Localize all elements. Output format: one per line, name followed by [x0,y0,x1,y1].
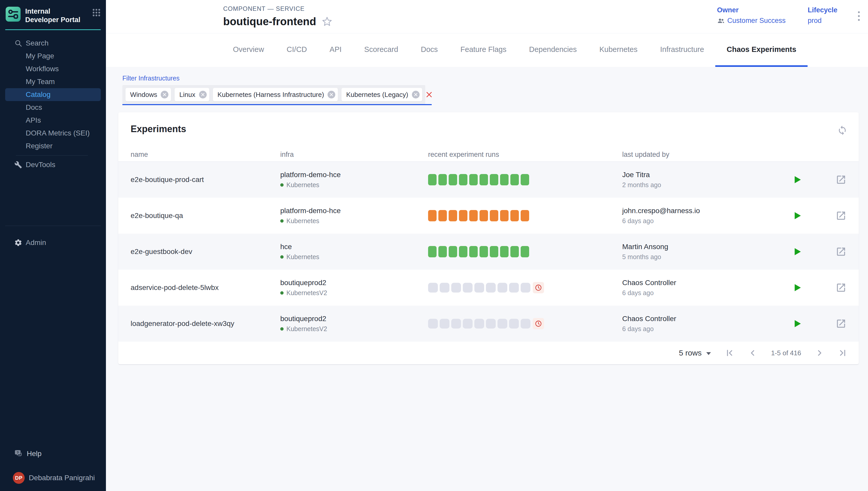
tab-overview[interactable]: Overview [222,33,276,67]
column-header-recent-runs: recent experiment runs [428,151,622,158]
previous-page-icon[interactable] [748,348,757,357]
sidebar-item-label: Catalog [26,90,51,99]
run-indicator-success [490,246,498,257]
filter-chip-field[interactable]: Windows Linux Kubernetes (Harness Infras… [122,85,432,105]
run-experiment-play-button[interactable] [791,174,803,185]
run-indicator-empty [440,283,450,293]
filter-chip-linux[interactable]: Linux [175,88,209,101]
sidebar-item-docs[interactable]: Docs [5,101,101,114]
chip-remove-icon[interactable] [199,91,207,98]
sidebar-item-admin[interactable]: Admin [5,236,101,249]
experiments-title: Experiments [131,124,186,135]
open-in-new-icon[interactable] [836,318,846,329]
clear-filters-icon[interactable] [425,85,433,104]
run-indicator-empty [451,319,461,328]
refresh-icon[interactable] [837,125,847,137]
sidebar-item-dora-metrics[interactable]: DORA Metrics (SEI) [5,127,101,140]
user-name: Debabrata Panigrahi [29,474,95,482]
chip-label: Linux [179,91,195,99]
apps-grid-icon[interactable] [92,8,101,17]
sidebar-item-search[interactable]: Search [5,37,101,50]
table-row: e2e-guestbook-dev hce Kubernetes Martin … [118,234,859,270]
sidebar-item-catalog[interactable]: Catalog [5,88,101,101]
run-experiment-play-button[interactable] [791,210,803,221]
sidebar-item-label: Workflows [26,65,59,73]
chevron-down-icon [706,352,711,355]
tab-kubernetes[interactable]: Kubernetes [588,33,649,67]
open-in-new-icon[interactable] [836,174,846,185]
filter-chip-kubernetes-legacy[interactable]: Kubernetes (Legacy) [342,88,422,101]
tab-api[interactable]: API [318,33,353,67]
tab-dependencies[interactable]: Dependencies [518,33,588,67]
tab-feature-flags[interactable]: Feature Flags [449,33,518,67]
sidebar-item-my-team[interactable]: My Team [5,75,101,88]
infra-name: platform-demo-hce [280,207,428,215]
sidebar-item-label: DORA Metrics (SEI) [26,129,90,137]
chip-remove-icon[interactable] [161,91,168,98]
sidebar-item-apis[interactable]: APIs [5,114,101,127]
run-experiment-play-button[interactable] [791,246,803,257]
search-icon [14,39,23,48]
open-in-new-icon[interactable] [836,282,846,293]
chip-remove-icon[interactable] [412,91,419,98]
app-root: Internal Developer Portal Search My Page… [0,0,868,491]
tab-cicd[interactable]: CI/CD [276,33,318,67]
infra-type: Kubernetes [286,253,319,261]
sidebar-item-register[interactable]: Register [5,140,101,152]
run-indicator-failed [469,210,478,221]
tab-docs[interactable]: Docs [410,33,449,67]
tab-scorecard[interactable]: Scorecard [353,33,410,67]
run-indicator-success [490,174,498,185]
sidebar-item-label: APIs [26,116,41,124]
open-in-new-icon[interactable] [836,246,846,257]
tab-infrastructure[interactable]: Infrastructure [649,33,715,67]
updated-by: Chaos Controller [622,279,787,287]
run-indicator-empty [451,283,461,293]
run-indicator-failed [428,210,437,221]
run-indicator-success [449,174,457,185]
run-indicator-empty [509,319,519,328]
run-indicator-empty [486,319,496,328]
chip-label: Kubernetes (Legacy) [346,91,408,99]
next-page-icon[interactable] [815,348,824,357]
scheduled-clock-icon [533,318,544,329]
sidebar-item-my-page[interactable]: My Page [5,50,101,62]
run-indicator-failed [449,210,457,221]
favorite-star-icon[interactable] [322,17,332,27]
sidebar-item-devtools[interactable]: DevTools [5,158,101,171]
entity-tabs: Overview CI/CD API Scorecard Docs Featur… [106,33,868,67]
run-indicator-empty [509,283,519,293]
open-in-new-icon[interactable] [836,210,846,221]
infra-type: KubernetesV2 [286,289,327,297]
recent-runs [428,282,622,293]
portal-title: Internal Developer Portal [25,7,85,24]
run-experiment-play-button[interactable] [791,318,803,329]
run-indicator-success [459,174,467,185]
tab-chaos-experiments[interactable]: Chaos Experiments [715,33,808,67]
run-indicator-success [521,174,529,185]
run-indicator-success [438,174,447,185]
sidebar-item-workflows[interactable]: Workflows [5,62,101,75]
sidebar-bottom: ? Help DP Debabrata Panigrahi [0,447,106,491]
recent-runs [428,174,622,185]
owner-value[interactable]: Customer Success [717,17,786,25]
sidebar: Internal Developer Portal Search My Page… [0,0,106,491]
sidebar-item-help[interactable]: ? Help [5,447,101,460]
chip-remove-icon[interactable] [327,91,335,98]
run-indicator-empty [474,283,484,293]
filter-chip-kubernetes-harness[interactable]: Kubernetes (Harness Infrastructure) [213,88,338,101]
user-profile[interactable]: DP Debabrata Panigrahi [13,472,106,484]
sidebar-item-label: My Team [26,78,55,86]
run-indicator-empty [463,319,472,328]
pagination-range: 1-5 of 416 [771,349,801,357]
tab-content: Filter Infrastructures Windows Linux Kub… [106,67,868,491]
first-page-icon[interactable] [725,348,734,357]
gear-icon [14,238,23,247]
last-page-icon[interactable] [838,348,847,357]
rows-per-page-select[interactable]: 5 rows [679,349,711,357]
run-experiment-play-button[interactable] [791,282,803,293]
experiment-name: e2e-guestbook-dev [131,248,280,256]
filter-chip-windows[interactable]: Windows [125,88,171,101]
chip-label: Windows [130,91,157,99]
more-options-kebab-icon[interactable] [856,10,862,22]
